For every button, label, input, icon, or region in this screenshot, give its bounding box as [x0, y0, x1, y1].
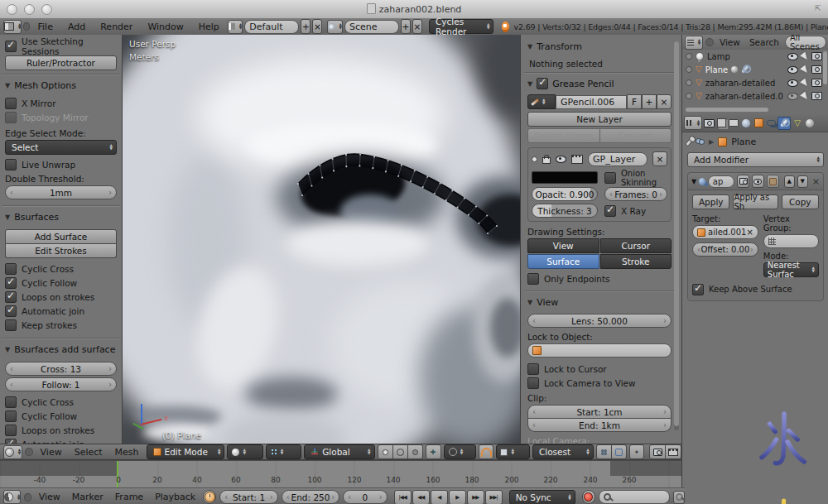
lock-object-field[interactable]: [527, 343, 672, 358]
tab-object[interactable]: [753, 118, 764, 129]
viewport-3d[interactable]: User Persp Meters x (0) Plane: [123, 35, 520, 444]
editor-type-button[interactable]: [3, 20, 22, 34]
lock-to-cursor-checkbox[interactable]: Lock to Cursor: [527, 362, 672, 376]
keying-set-field[interactable]: [599, 490, 671, 504]
tab-modifiers-active[interactable]: [777, 117, 791, 130]
timeline-menu-view[interactable]: View: [35, 492, 65, 502]
automatic-join-checkbox[interactable]: Automatic join: [5, 304, 117, 318]
vertex-group-field[interactable]: [763, 234, 819, 248]
visibility-icon[interactable]: [787, 93, 798, 100]
grease-pencil-panel-header[interactable]: ▼ Grease Pencil: [527, 76, 672, 91]
xray-checkbox[interactable]: X Ray: [604, 204, 667, 218]
layer-active-dot-icon[interactable]: [532, 156, 537, 162]
gpencil-layer-name-field[interactable]: GP_Layer: [588, 152, 647, 166]
viewport-shading-select[interactable]: [227, 444, 262, 459]
add-surface-button[interactable]: Add Surface: [5, 229, 117, 244]
mode-select[interactable]: Edit Mode: [147, 444, 225, 459]
view3d-menu-view[interactable]: View: [36, 447, 67, 458]
scene-delete-button[interactable]: ×: [412, 19, 422, 34]
tree-expand-icon[interactable]: [686, 79, 692, 86]
scene-icon-button[interactable]: [327, 20, 342, 34]
layer-delete-button[interactable]: ×: [652, 151, 667, 166]
layer-frames-icon[interactable]: [571, 155, 583, 164]
stroke-color-swatch[interactable]: [532, 171, 598, 184]
outliner-display-mode-select[interactable]: All Scenes: [785, 36, 826, 49]
frame-end-stepper[interactable]: End: 250: [282, 490, 340, 504]
x-mirror-checkbox[interactable]: X Mirror: [5, 96, 117, 110]
opacity-slider[interactable]: Opacit: 0.900: [532, 187, 598, 201]
outliner-editor-type-button[interactable]: [685, 36, 703, 50]
next-keyframe-button[interactable]: ▶▶: [467, 490, 484, 504]
pivot-cursor-button[interactable]: [393, 444, 408, 459]
auto-keyframe-record-button[interactable]: [582, 490, 595, 504]
menu-file[interactable]: File: [31, 22, 60, 32]
insert-keyframe-button[interactable]: [673, 491, 685, 504]
snap-target-select[interactable]: Closest: [532, 444, 594, 459]
scene-name[interactable]: Scene: [344, 20, 399, 34]
outliner-collapse-button[interactable]: [705, 38, 714, 46]
sync-mode-select[interactable]: No Sync: [509, 490, 575, 504]
tree-expand-icon[interactable]: [686, 93, 692, 99]
tab-render[interactable]: [703, 118, 715, 129]
opengl-animation-button[interactable]: [666, 444, 681, 459]
menu-help[interactable]: Help: [192, 22, 226, 32]
gpencil-browse-button[interactable]: [527, 94, 556, 109]
visibility-icon[interactable]: [787, 79, 798, 87]
tab-world[interactable]: [740, 118, 752, 129]
view3d-menu-select[interactable]: Select: [70, 447, 108, 458]
modifier-move-down-button[interactable]: ▼: [797, 175, 808, 188]
follow-stepper[interactable]: Follow: 1: [5, 377, 117, 391]
renderability-icon[interactable]: [811, 92, 822, 100]
cyclic-cross-checkbox[interactable]: Cyclic Cross: [5, 262, 117, 276]
offset-stepper[interactable]: Offset: 0.00: [692, 242, 758, 257]
use-sketching-sessions-checkbox[interactable]: Use Sketching Sessions: [5, 39, 117, 53]
jump-to-end-button[interactable]: ▶▶|: [485, 490, 503, 504]
outliner-row-zaharan-detailed-0[interactable]: ▽ zaharan-detailed.0: [682, 89, 828, 103]
visibility-icon[interactable]: [787, 53, 798, 60]
pivot-bounding-box-button[interactable]: [378, 444, 393, 459]
modifier-render-toggle[interactable]: [737, 175, 749, 188]
fake-user-button[interactable]: F: [627, 94, 642, 109]
proportional-edit-select[interactable]: [444, 444, 477, 459]
modifier-expand-icon[interactable]: ▼: [691, 178, 696, 185]
selectability-icon[interactable]: [800, 78, 810, 88]
draw-surface-button[interactable]: Surface: [527, 254, 599, 269]
snap-self-button[interactable]: [596, 444, 612, 459]
properties-editor-type-button[interactable]: [684, 116, 702, 130]
modifier-view-toggle[interactable]: [752, 175, 764, 188]
outliner-row-lamp[interactable]: Lamp: [682, 50, 828, 63]
cross-stepper[interactable]: Cross: 13: [5, 362, 117, 376]
cyclic-follow-checkbox[interactable]: Cyclic Follow: [5, 276, 117, 290]
lock-camera-to-view-checkbox[interactable]: Lock Camera to View: [527, 376, 672, 390]
pin-icon[interactable]: [685, 137, 694, 146]
cyclic-cross-2-checkbox[interactable]: Cyclic Cross: [5, 395, 117, 409]
pivot-median-button[interactable]: [408, 444, 423, 459]
view3d-editor-type-button[interactable]: [3, 445, 22, 459]
new-layer-button[interactable]: New Layer: [527, 112, 672, 127]
outliner-row-plane[interactable]: ▽ Plane: [682, 63, 828, 76]
bsurfaces-panel-header[interactable]: ▼Bsurfaces: [5, 209, 117, 224]
apply-as-shape-button[interactable]: Apply as Sh: [733, 194, 777, 209]
renderability-icon[interactable]: [811, 52, 822, 60]
menu-render[interactable]: Render: [94, 22, 139, 32]
outliner-search-menu[interactable]: Search: [746, 37, 782, 47]
outliner-row-zaharan-detailed[interactable]: ▽ zaharan-detailed: [682, 76, 828, 89]
frames-stepper[interactable]: Frames: 0: [604, 187, 667, 201]
draw-view-button[interactable]: View: [527, 238, 599, 253]
scrollbar-thumb[interactable]: [674, 41, 679, 426]
copy-button[interactable]: Copy: [782, 194, 819, 209]
tree-expand-icon[interactable]: [686, 66, 692, 73]
play-button[interactable]: ▶: [449, 490, 466, 504]
timeline-menu-marker[interactable]: Marker: [68, 492, 108, 502]
previous-keyframe-button[interactable]: ◀◀: [412, 490, 430, 504]
visibility-icon[interactable]: [787, 66, 798, 74]
mesh-options-panel-header[interactable]: ▼Mesh Options: [5, 78, 117, 93]
tab-scene[interactable]: [728, 118, 739, 129]
selectability-icon[interactable]: [800, 91, 810, 101]
tab-constraints[interactable]: [765, 118, 777, 129]
npanel-scrollbar[interactable]: [674, 41, 679, 430]
cyclic-follow-2-checkbox[interactable]: Cyclic Follow: [5, 409, 117, 423]
loops-on-strokes-checkbox[interactable]: Loops on strokes: [5, 290, 117, 304]
frame-start-stepper[interactable]: Start: 1: [219, 490, 278, 504]
snap-element-select[interactable]: [496, 444, 529, 459]
